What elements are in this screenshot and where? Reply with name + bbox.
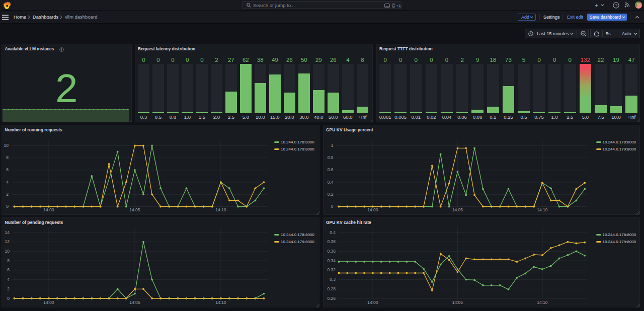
svg-text:6: 6 <box>6 167 9 172</box>
svg-text:?: ? <box>615 3 617 8</box>
svg-text:12: 12 <box>5 239 10 244</box>
svg-text:10: 10 <box>4 143 9 148</box>
svg-text:0.4: 0.4 <box>330 230 336 235</box>
svg-text:14:00: 14:00 <box>367 207 378 212</box>
svg-text:14:10: 14:10 <box>537 207 548 212</box>
svg-text:0: 0 <box>6 204 9 209</box>
svg-text:0.2: 0.2 <box>327 192 333 197</box>
svg-text:0: 0 <box>331 204 333 209</box>
svg-text:0.6: 0.6 <box>327 167 333 172</box>
svg-text:8: 8 <box>7 258 10 263</box>
svg-text:0.8: 0.8 <box>327 155 333 160</box>
svg-text:14:10: 14:10 <box>215 207 226 212</box>
svg-text:14:05: 14:05 <box>129 207 140 212</box>
svg-text:14:10: 14:10 <box>215 300 226 305</box>
svg-text:14:05: 14:05 <box>129 300 140 305</box>
svg-text:0.38: 0.38 <box>327 239 336 244</box>
svg-text:2: 2 <box>7 286 10 291</box>
svg-text:14:00: 14:00 <box>43 207 54 212</box>
svg-text:0.4: 0.4 <box>327 180 333 185</box>
svg-text:14:00: 14:00 <box>43 300 54 305</box>
svg-text:2: 2 <box>6 192 9 197</box>
svg-text:14:05: 14:05 <box>452 300 463 305</box>
svg-text:0.32: 0.32 <box>327 267 336 272</box>
svg-text:4: 4 <box>6 180 9 185</box>
svg-text:0.3: 0.3 <box>330 277 336 282</box>
svg-text:10: 10 <box>5 249 10 254</box>
svg-text:14:10: 14:10 <box>537 300 548 305</box>
svg-text:14:00: 14:00 <box>367 300 378 305</box>
svg-text:0: 0 <box>7 296 10 301</box>
svg-text:14:05: 14:05 <box>452 207 463 212</box>
svg-text:0.26: 0.26 <box>327 296 336 301</box>
svg-text:0.28: 0.28 <box>327 286 336 291</box>
svg-text:0.36: 0.36 <box>327 249 336 254</box>
svg-text:8: 8 <box>6 155 9 160</box>
svg-text:6: 6 <box>7 267 10 272</box>
svg-text:0.34: 0.34 <box>327 258 336 263</box>
svg-text:4: 4 <box>7 277 10 282</box>
svg-text:1: 1 <box>331 143 333 148</box>
svg-text:14: 14 <box>5 230 10 235</box>
